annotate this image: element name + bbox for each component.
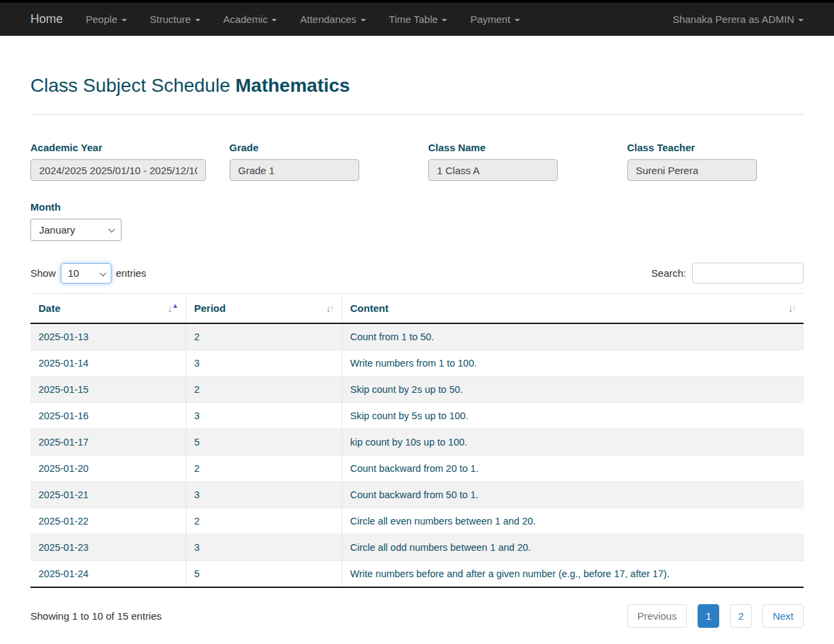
- page-title-prefix: Class Subject Schedule: [30, 75, 236, 96]
- class-teacher-field[interactable]: [627, 159, 757, 181]
- content-cell: kip count by 10s up to 100.: [342, 429, 804, 456]
- class-name-field[interactable]: [428, 159, 558, 181]
- column-label: Date: [38, 302, 61, 314]
- nav-dropdown-label: Structure: [150, 14, 191, 25]
- date-cell: 2025-01-17: [30, 429, 186, 456]
- nav-menu: People Structure Academic Attendances Ti…: [86, 14, 673, 25]
- table-row: 2025-01-222Circle all even numbers betwe…: [30, 508, 804, 535]
- period-cell: 3: [186, 350, 342, 377]
- search-control: Search:: [651, 263, 804, 284]
- class-teacher-group: Class Teacher: [627, 142, 804, 181]
- pagination: Previous 1 2 Next: [617, 604, 804, 628]
- date-cell: 2025-01-15: [30, 377, 186, 403]
- caret-down-icon: [442, 19, 447, 22]
- nav-dropdown-time-table[interactable]: Time Table: [389, 14, 448, 25]
- class-teacher-label: Class Teacher: [627, 142, 804, 153]
- month-label: Month: [30, 201, 804, 213]
- table-header-row: Date ↓▲ Period ↓↑ Content ↓↑: [30, 294, 804, 324]
- content-cell: Count backward from 50 to 1.: [342, 482, 804, 508]
- page-2-button[interactable]: 2: [730, 604, 752, 628]
- table-row: 2025-01-245Write numbers before and afte…: [30, 561, 804, 588]
- column-header-date[interactable]: Date ↓▲: [30, 294, 186, 324]
- class-name-group: Class Name: [428, 142, 605, 181]
- table-info-text: Showing 1 to 10 of 15 entries: [30, 610, 161, 622]
- grade-group: Grade: [230, 142, 407, 181]
- caret-down-icon: [271, 19, 277, 22]
- month-select[interactable]: January: [30, 219, 122, 241]
- period-cell: 5: [186, 561, 342, 588]
- nav-home-link[interactable]: Home: [30, 12, 63, 26]
- top-navbar: Home People Structure Academic Attendanc…: [0, 0, 834, 36]
- academic-year-group: Academic Year: [30, 142, 207, 181]
- search-label: Search:: [651, 267, 686, 279]
- show-label: Show: [30, 267, 56, 279]
- next-page-button[interactable]: Next: [762, 604, 804, 628]
- title-divider: [30, 114, 804, 115]
- nav-dropdown-attendances[interactable]: Attendances: [300, 14, 365, 25]
- content-cell: Circle all even numbers between 1 and 20…: [342, 508, 804, 535]
- column-label: Content: [350, 302, 389, 314]
- period-cell: 5: [186, 429, 342, 456]
- table-row: 2025-01-143Write numbers from 1 to 100.: [30, 350, 804, 377]
- sort-ascending-icon: ↓▲: [167, 302, 177, 314]
- nav-dropdown-label: Attendances: [300, 14, 356, 25]
- period-cell: 3: [186, 535, 342, 561]
- content-cell: Count backward from 20 to 1.: [342, 456, 804, 482]
- column-header-content[interactable]: Content ↓↑: [342, 294, 804, 324]
- sort-both-icon: ↓↑: [788, 302, 796, 314]
- page-length-control: Show 10 entries: [30, 263, 147, 284]
- academic-year-field[interactable]: [30, 159, 206, 181]
- content-cell: Write numbers from 1 to 100.: [342, 350, 804, 377]
- period-cell: 3: [186, 482, 342, 508]
- content-cell: Write numbers before and after a given n…: [342, 561, 804, 588]
- grade-field[interactable]: [230, 159, 359, 181]
- main-content: Class Subject Schedule Mathematics Acade…: [0, 75, 834, 628]
- date-cell: 2025-01-23: [30, 535, 186, 561]
- entries-label: entries: [116, 267, 147, 279]
- date-cell: 2025-01-21: [30, 482, 186, 508]
- table-row: 2025-01-233Circle all odd numbers betwee…: [30, 535, 804, 561]
- sort-both-icon: ↓↑: [326, 302, 334, 314]
- period-cell: 2: [186, 456, 342, 482]
- period-cell: 2: [186, 323, 342, 350]
- table-row: 2025-01-163Skip count by 5s up to 100.: [30, 403, 804, 429]
- grade-label: Grade: [230, 142, 407, 153]
- page-1-button[interactable]: 1: [698, 604, 719, 628]
- nav-dropdown-label: People: [86, 14, 118, 25]
- date-cell: 2025-01-22: [30, 508, 186, 535]
- content-cell: Circle all odd numbers between 1 and 20.: [342, 535, 804, 561]
- month-group: Month January: [30, 201, 804, 241]
- caret-down-icon: [798, 19, 804, 22]
- user-menu-dropdown[interactable]: Shanaka Perera as ADMIN: [673, 14, 804, 25]
- nav-dropdown-label: Payment: [470, 14, 510, 25]
- caret-down-icon: [361, 19, 366, 22]
- page-length-select[interactable]: 10: [61, 263, 111, 284]
- academic-year-label: Academic Year: [30, 142, 207, 153]
- nav-dropdown-payment[interactable]: Payment: [470, 14, 519, 25]
- search-input[interactable]: [692, 263, 804, 284]
- nav-dropdown-people[interactable]: People: [86, 14, 127, 25]
- period-cell: 2: [186, 377, 342, 403]
- table-row: 2025-01-202Count backward from 20 to 1.: [30, 456, 804, 482]
- period-cell: 2: [186, 508, 342, 535]
- date-cell: 2025-01-14: [30, 350, 186, 377]
- previous-page-button[interactable]: Previous: [627, 604, 687, 628]
- schedule-table: Date ↓▲ Period ↓↑ Content ↓↑ 2025-01-132…: [30, 293, 804, 588]
- column-header-period[interactable]: Period ↓↑: [186, 294, 342, 324]
- page-title: Class Subject Schedule Mathematics: [30, 75, 804, 97]
- content-cell: Skip count by 5s up to 100.: [342, 403, 804, 429]
- date-cell: 2025-01-13: [30, 323, 186, 350]
- datatable-controls: Show 10 entries Search:: [30, 263, 804, 284]
- page-title-subject: Mathematics: [236, 75, 350, 96]
- nav-dropdown-label: Time Table: [389, 14, 438, 25]
- date-cell: 2025-01-20: [30, 456, 186, 482]
- filter-row: Academic Year Grade Class Name Class Tea…: [30, 142, 804, 181]
- date-cell: 2025-01-16: [30, 403, 186, 429]
- datatable-footer: Showing 1 to 10 of 15 entries Previous 1…: [30, 604, 804, 628]
- user-menu-label: Shanaka Perera as ADMIN: [673, 14, 794, 25]
- caret-down-icon: [515, 19, 520, 22]
- nav-dropdown-structure[interactable]: Structure: [150, 14, 201, 25]
- schedule-table-body: 2025-01-132Count from 1 to 50.2025-01-14…: [30, 323, 804, 587]
- content-cell: Skip count by 2s up to 50.: [342, 377, 804, 403]
- nav-dropdown-academic[interactable]: Academic: [224, 14, 278, 25]
